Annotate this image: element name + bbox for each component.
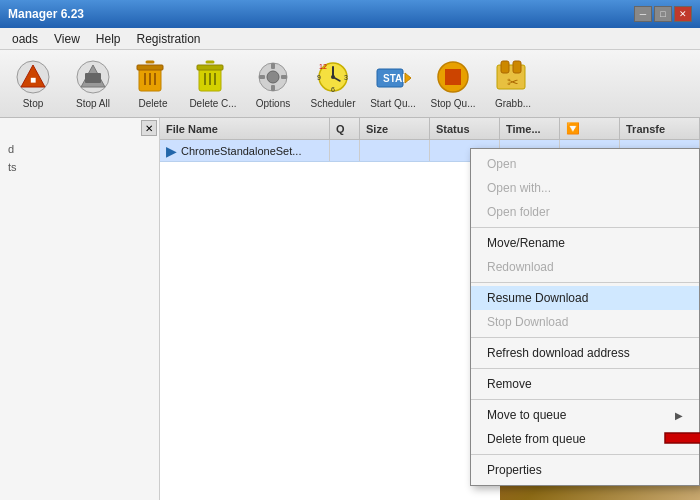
main-area: ✕ d ts File Name Q Size Status Time... 🔽… [0, 118, 700, 500]
ctx-separator-1 [471, 227, 699, 228]
delete-c-icon [193, 59, 233, 96]
menu-loads[interactable]: oads [4, 30, 46, 48]
svg-point-19 [267, 71, 279, 83]
toolbar-options-label: Options [256, 98, 290, 109]
delete-icon [133, 59, 173, 96]
grab-icon: ✂ [493, 59, 533, 96]
close-panel-button[interactable]: ✕ [141, 120, 157, 136]
minimize-button[interactable]: ─ [634, 6, 652, 22]
col-header-time[interactable]: Time... [500, 118, 560, 139]
toolbar-stop-button[interactable]: ■ Stop [4, 54, 62, 114]
maximize-button[interactable]: □ [654, 6, 672, 22]
ctx-separator-3 [471, 337, 699, 338]
ctx-delete-queue[interactable]: Delete from queue [471, 427, 699, 451]
toolbar-deletec-label: Delete C... [189, 98, 236, 109]
window-title: Manager 6.23 [8, 7, 84, 21]
left-panel-item-ts[interactable]: ts [4, 158, 155, 176]
ctx-properties[interactable]: Properties [471, 458, 699, 482]
svg-rect-39 [513, 61, 521, 73]
menu-registration[interactable]: Registration [129, 30, 209, 48]
svg-text:✂: ✂ [507, 74, 519, 90]
ctx-resume-download[interactable]: Resume Download [471, 286, 699, 310]
start-queue-icon: START [373, 59, 413, 96]
svg-rect-20 [271, 63, 275, 69]
context-menu: Open Open with... Open folder Move/Renam… [470, 148, 700, 486]
col-header-filename[interactable]: File Name [160, 118, 330, 139]
toolbar-delete-button[interactable]: Delete [124, 54, 182, 114]
svg-marker-36 [445, 69, 461, 85]
ctx-stop-download: Stop Download [471, 310, 699, 334]
left-panel-item-d[interactable]: d [4, 140, 155, 158]
col-header-size[interactable]: Size [360, 118, 430, 139]
options-icon [253, 59, 293, 96]
toolbar-grab-button[interactable]: ✂ Grabb... [484, 54, 542, 114]
svg-rect-13 [197, 65, 223, 70]
toolbar-scheduler-button[interactable]: 12 3 6 9 Scheduler [304, 54, 362, 114]
file-list-header: File Name Q Size Status Time... 🔽 Transf… [160, 118, 700, 140]
svg-rect-23 [281, 75, 287, 79]
svg-text:■: ■ [30, 74, 36, 85]
ctx-separator-4 [471, 368, 699, 369]
svg-rect-5 [85, 73, 101, 83]
ctx-open-folder: Open folder [471, 200, 699, 224]
file-cell-filename: ▶ ChromeStandaloneSet... [160, 140, 330, 161]
toolbar-grab-label: Grabb... [495, 98, 531, 109]
menu-bar: oads View Help Registration [0, 28, 700, 50]
file-cell-size [360, 140, 430, 161]
col-header-transfer[interactable]: Transfe [620, 118, 700, 139]
svg-text:3: 3 [344, 74, 348, 81]
toolbar-stopqueue-button[interactable]: Stop Qu... [424, 54, 482, 114]
toolbar-options-button[interactable]: Options [244, 54, 302, 114]
svg-rect-22 [259, 75, 265, 79]
toolbar: ■ Stop Stop All Delete [0, 50, 700, 118]
svg-text:12: 12 [319, 63, 327, 70]
col-header-arrow: 🔽 [560, 118, 620, 139]
svg-rect-7 [137, 65, 163, 70]
ctx-move-rename[interactable]: Move/Rename [471, 231, 699, 255]
title-bar: Manager 6.23 ─ □ ✕ [0, 0, 700, 28]
menu-help[interactable]: Help [88, 30, 129, 48]
stop-all-icon [73, 59, 113, 96]
menu-view[interactable]: View [46, 30, 88, 48]
col-header-q[interactable]: Q [330, 118, 360, 139]
window-controls: ─ □ ✕ [634, 6, 692, 22]
ctx-refresh-address[interactable]: Refresh download address [471, 341, 699, 365]
ctx-open: Open [471, 152, 699, 176]
toolbar-startqueue-label: Start Qu... [370, 98, 416, 109]
ctx-move-queue[interactable]: Move to queue ▶ [471, 403, 699, 427]
col-header-status[interactable]: Status [430, 118, 500, 139]
toolbar-stopall-label: Stop All [76, 98, 110, 109]
toolbar-stopall-button[interactable]: Stop All [64, 54, 122, 114]
ctx-redownload: Redownload [471, 255, 699, 279]
svg-text:9: 9 [317, 74, 321, 81]
close-button[interactable]: ✕ [674, 6, 692, 22]
ctx-move-queue-label: Move to queue [487, 408, 566, 422]
ctx-submenu-arrow: ▶ [675, 410, 683, 421]
toolbar-stop-label: Stop [23, 98, 44, 109]
left-panel: ✕ d ts [0, 118, 160, 500]
ctx-remove[interactable]: Remove [471, 372, 699, 396]
svg-text:6: 6 [331, 86, 335, 93]
svg-rect-21 [271, 85, 275, 91]
ctx-separator-6 [471, 454, 699, 455]
ctx-open-with: Open with... [471, 176, 699, 200]
file-cell-q [330, 140, 360, 161]
ctx-separator-2 [471, 282, 699, 283]
toolbar-delete-label: Delete [139, 98, 168, 109]
svg-rect-38 [501, 61, 509, 73]
toolbar-deletec-button[interactable]: Delete C... [184, 54, 242, 114]
stop-queue-icon [433, 59, 473, 96]
left-panel-content: d ts [0, 118, 159, 180]
toolbar-stopqueue-label: Stop Qu... [430, 98, 475, 109]
stop-icon: ■ [13, 59, 53, 96]
ctx-separator-5 [471, 399, 699, 400]
scheduler-icon: 12 3 6 9 [313, 59, 353, 96]
toolbar-scheduler-label: Scheduler [310, 98, 355, 109]
toolbar-startqueue-button[interactable]: START Start Qu... [364, 54, 422, 114]
content-area: File Name Q Size Status Time... 🔽 Transf… [160, 118, 700, 500]
